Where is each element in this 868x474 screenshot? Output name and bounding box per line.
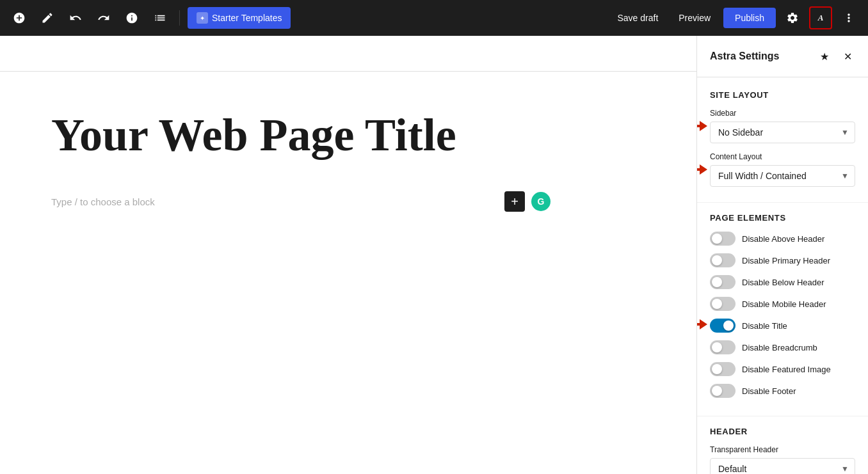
starter-templates-button[interactable]: ✦ Starter Templates xyxy=(188,7,291,29)
toggle-footer[interactable] xyxy=(710,384,735,398)
block-placeholder[interactable]: Type / to choose a block + G xyxy=(51,186,525,217)
toggle-label-mobile-header: Disable Mobile Header xyxy=(742,299,826,309)
settings-sidebar: Astra Settings ★ ✕ Site Layout Sidebar N… xyxy=(696,36,868,474)
undo-button[interactable] xyxy=(64,6,87,29)
sidebar-arrow xyxy=(696,121,707,131)
toggle-container: Disable Above HeaderDisable Primary Head… xyxy=(710,232,855,398)
toggle-label-featured-image: Disable Featured Image xyxy=(742,365,831,374)
svg-marker-2 xyxy=(696,319,707,329)
placeholder-text: Type / to choose a block xyxy=(51,196,155,207)
list-view-button[interactable] xyxy=(149,6,172,29)
toggle-below-header[interactable] xyxy=(710,275,735,289)
close-sidebar-button[interactable]: ✕ xyxy=(837,46,858,67)
preview-button[interactable]: Preview xyxy=(671,8,718,28)
grammarly-badge: G xyxy=(531,192,551,211)
toggle-label-primary-header: Disable Primary Header xyxy=(742,256,830,265)
page-elements-section: Page Elements Disable Above HeaderDisabl… xyxy=(697,203,868,416)
page-elements-title: Page Elements xyxy=(710,213,855,223)
site-layout-title: Site Layout xyxy=(710,90,855,100)
starter-templates-icon: ✦ xyxy=(197,12,208,24)
site-layout-section: Site Layout Sidebar No Sidebar Left Side… xyxy=(697,77,868,203)
transparent-header-select[interactable]: Default Enabled Disabled xyxy=(710,458,855,474)
toggle-knob-above-header xyxy=(712,233,722,244)
title-toggle-arrow xyxy=(696,319,707,332)
sidebar-select[interactable]: No Sidebar Left Sidebar Right Sidebar xyxy=(710,122,855,143)
toggle-row-featured-image: Disable Featured Image xyxy=(710,362,855,376)
toggle-row-breadcrumb: Disable Breadcrumb xyxy=(710,340,855,354)
toggle-knob-below-header xyxy=(712,277,722,287)
publish-button[interactable]: Publish xyxy=(723,8,776,28)
toggle-label-below-header: Disable Below Header xyxy=(742,278,824,287)
more-options-button[interactable] xyxy=(837,6,860,29)
toggle-label-footer: Disable Footer xyxy=(742,386,796,396)
transparent-header-group: Transparent Header Default Enabled Disab… xyxy=(710,445,855,474)
toggle-knob-featured-image xyxy=(712,364,722,374)
toggle-row-title: Disable Title xyxy=(710,319,855,333)
toggle-label-breadcrumb: Disable Breadcrumb xyxy=(742,343,817,352)
editor-top-bar xyxy=(0,36,696,72)
astra-button[interactable]: A xyxy=(809,6,832,29)
toggle-row-footer: Disable Footer xyxy=(710,384,855,398)
toggle-knob-footer xyxy=(712,386,722,396)
add-block-toolbar-button[interactable] xyxy=(8,6,31,29)
toolbar: ✦ Starter Templates Save draft Preview P… xyxy=(0,0,868,36)
toggle-title[interactable] xyxy=(710,319,735,333)
settings-button[interactable] xyxy=(781,6,804,29)
svg-marker-1 xyxy=(696,164,707,175)
astra-btn-wrapper: A xyxy=(809,6,832,29)
info-button[interactable] xyxy=(120,6,143,29)
toggle-above-header[interactable] xyxy=(710,232,735,246)
toggle-knob-title xyxy=(723,320,734,331)
content-layout-label: Content Layout xyxy=(710,152,855,161)
page-title-display[interactable]: Your Web Page Title xyxy=(51,110,525,161)
toggle-featured-image[interactable] xyxy=(710,362,735,376)
toggle-label-above-header: Disable Above Header xyxy=(742,234,824,244)
editor-content: Your Web Page Title Type / to choose a b… xyxy=(0,72,576,242)
content-layout-select-wrapper: Full Width / Contained Full Width / Full… xyxy=(710,165,855,187)
astra-icon: A xyxy=(818,13,824,23)
star-button[interactable]: ★ xyxy=(814,46,835,67)
toggle-row-mobile-header: Disable Mobile Header xyxy=(710,297,855,311)
sidebar-title: Astra Settings xyxy=(710,51,779,62)
transparent-header-label: Transparent Header xyxy=(710,445,855,454)
sidebar-select-wrapper: No Sidebar Left Sidebar Right Sidebar ▼ xyxy=(710,122,855,143)
sidebar-form-group: Sidebar No Sidebar Left Sidebar Right Si… xyxy=(710,109,855,143)
transparent-header-select-wrapper: Default Enabled Disabled ▼ xyxy=(710,458,855,474)
content-layout-select[interactable]: Full Width / Contained Full Width / Full… xyxy=(710,165,855,187)
editor-area: Your Web Page Title Type / to choose a b… xyxy=(0,36,696,474)
toggle-knob-breadcrumb xyxy=(712,342,722,352)
content-layout-form-group: Content Layout Full Width / Contained Fu… xyxy=(710,152,855,187)
sidebar-label: Sidebar xyxy=(710,109,855,118)
toggle-primary-header[interactable] xyxy=(710,253,735,267)
toggle-mobile-header[interactable] xyxy=(710,297,735,311)
toggle-row-below-header: Disable Below Header xyxy=(710,275,855,289)
edit-icon-button[interactable] xyxy=(36,6,59,29)
toggle-knob-primary-header xyxy=(712,255,722,265)
header-section-title: Header xyxy=(710,427,855,436)
divider-1 xyxy=(179,10,180,26)
toggle-breadcrumb[interactable] xyxy=(710,340,735,354)
svg-marker-0 xyxy=(696,121,707,131)
header-section: Header Transparent Header Default Enable… xyxy=(697,416,868,474)
starter-templates-label: Starter Templates xyxy=(212,13,282,23)
content-layout-arrow xyxy=(696,164,707,175)
main-area: Your Web Page Title Type / to choose a b… xyxy=(0,36,868,474)
redo-button[interactable] xyxy=(92,6,115,29)
sidebar-header: Astra Settings ★ ✕ xyxy=(697,36,868,77)
toggle-row-above-header: Disable Above Header xyxy=(710,232,855,246)
save-draft-button[interactable]: Save draft xyxy=(609,8,666,28)
toggle-label-title: Disable Title xyxy=(742,321,787,331)
add-block-button[interactable]: + xyxy=(504,191,525,212)
toggle-knob-mobile-header xyxy=(712,299,722,309)
sidebar-header-actions: ★ ✕ xyxy=(814,46,858,67)
toggle-row-primary-header: Disable Primary Header xyxy=(710,253,855,267)
